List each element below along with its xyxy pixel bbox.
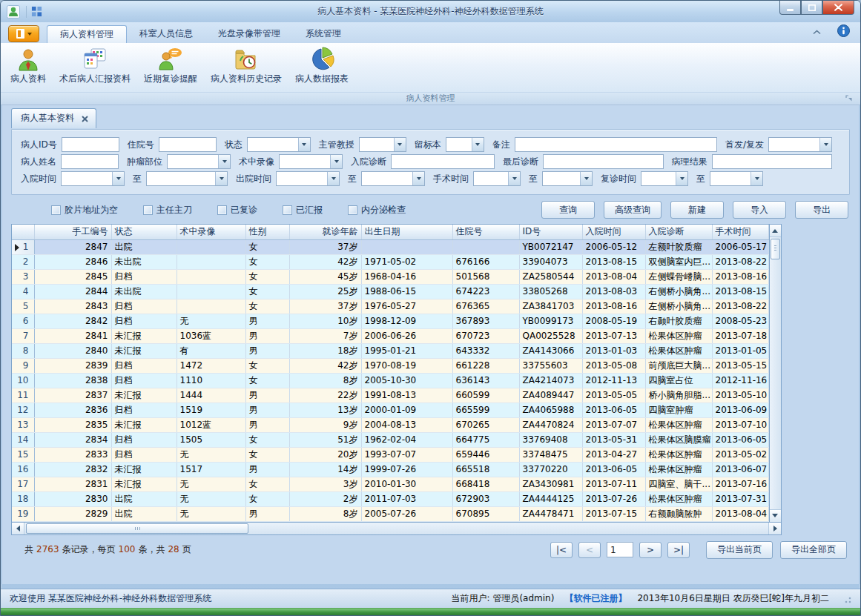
chief-surgeon-operated-checkbox[interactable]	[143, 205, 153, 215]
chevron-down-icon[interactable]	[298, 138, 310, 151]
table-row[interactable]: 32845归档女45岁1968-04-16501568ZA25805442013…	[12, 269, 768, 284]
ribbon-tab-4[interactable]: 系统管理	[293, 25, 354, 43]
dialog-launcher-icon[interactable]	[845, 95, 853, 102]
table-row[interactable]: 122836归档1519男13岁2000-01-09665599ZA406598…	[12, 403, 768, 417]
table-row[interactable]: 162832未汇报1517男14岁1999-07-266655183377022…	[12, 462, 768, 477]
chevron-down-icon[interactable]	[472, 138, 484, 151]
chevron-down-icon[interactable]	[330, 155, 342, 168]
advanced-query-button[interactable]: 高级查询	[604, 201, 662, 219]
discharge-date-from-combo[interactable]	[276, 171, 340, 186]
scroll-up-icon[interactable]	[770, 225, 782, 237]
import-button[interactable]: 导入	[733, 201, 786, 219]
film-address-empty-checkbox[interactable]	[51, 205, 61, 215]
surgery-video-combo[interactable]	[279, 154, 343, 169]
document-tab[interactable]: 病人基本资料	[11, 108, 96, 128]
chevron-down-icon[interactable]	[751, 172, 762, 185]
table-row[interactable]: 82840未汇报有男18岁1995-01-21643332ZA414306620…	[12, 343, 768, 358]
table-row[interactable]: 102838归档1110女8岁2005-10-30636143ZA4214073…	[12, 373, 768, 388]
chevron-down-icon[interactable]	[394, 138, 406, 151]
table-row[interactable]: 52843归档女37岁1976-05-27676365ZA38417032013…	[12, 299, 768, 314]
ribbon-tab-1[interactable]: 病人资料管理	[47, 25, 127, 43]
table-row[interactable]: 12847出院女37岁YB00721472006-05-12左额叶胶质瘤2006…	[12, 239, 768, 254]
ribbon-button-1[interactable]: 病人资料	[4, 44, 53, 87]
revisited-checkbox[interactable]	[217, 205, 227, 215]
quick-access-grid-icon[interactable]	[31, 6, 42, 17]
chevron-down-icon[interactable]	[112, 172, 124, 185]
maximize-button[interactable]	[801, 1, 822, 15]
endocrine-exam-checkbox[interactable]	[348, 205, 357, 215]
horizontal-scrollbar[interactable]	[11, 523, 782, 535]
next-page-button[interactable]: >	[639, 542, 662, 558]
scroll-left-icon[interactable]	[12, 523, 24, 534]
table-row[interactable]: 72841未汇报1036蓝男7岁2006-06-26670723QA002552…	[12, 328, 768, 343]
table-row[interactable]: 42844未出院女25岁1988-06-15674223338052682013…	[12, 284, 768, 299]
tumor-site-combo[interactable]	[167, 154, 231, 169]
ribbon-button-3[interactable]: 近期复诊提醒	[137, 44, 204, 87]
column-header-4[interactable]: 性别	[245, 225, 289, 239]
ribbon-button-2[interactable]: 术后病人汇报资料	[53, 44, 137, 87]
ribbon-tab-3[interactable]: 光盘录像带管理	[205, 25, 293, 43]
page-number-input[interactable]	[607, 542, 633, 557]
vertical-scrollbar[interactable]	[769, 225, 782, 522]
query-button[interactable]: 查询	[541, 201, 595, 219]
application-menu-button[interactable]	[8, 25, 39, 42]
last-page-button[interactable]: >|	[667, 542, 690, 558]
chief-professor-combo[interactable]	[359, 137, 406, 152]
column-header-11[interactable]: 手术时间	[712, 225, 768, 239]
remarks-input[interactable]	[515, 137, 717, 152]
scroll-right-icon[interactable]	[768, 523, 781, 534]
close-button[interactable]	[822, 1, 854, 15]
export-all-pages-button[interactable]: 导出全部页	[780, 541, 847, 559]
column-header-3[interactable]: 术中录像	[177, 225, 245, 239]
admission-date-to-combo[interactable]	[146, 171, 228, 186]
table-row[interactable]: 152833归档无女20岁1993-07-0765944633748475201…	[12, 447, 768, 462]
admission-number-input[interactable]	[159, 137, 217, 152]
admission-diagnosis-input[interactable]	[391, 154, 495, 169]
revisit-date-to-combo[interactable]	[710, 171, 763, 186]
chevron-down-icon[interactable]	[676, 172, 687, 185]
table-row[interactable]: 112837未汇报1444男22岁1991-08-13660599ZA40894…	[12, 388, 768, 403]
chevron-down-icon[interactable]	[819, 138, 831, 151]
specimen-kept-combo[interactable]	[446, 137, 484, 152]
patient-id-input[interactable]	[62, 137, 119, 152]
patient-name-input[interactable]	[61, 154, 119, 169]
chevron-down-icon[interactable]	[215, 172, 227, 185]
surgery-date-to-combo[interactable]	[542, 171, 593, 186]
chevron-down-icon[interactable]	[327, 172, 339, 185]
admission-date-from-combo[interactable]	[61, 171, 125, 186]
table-row[interactable]: 132835未汇报1012蓝男9岁2004-08-13670265ZA44708…	[12, 417, 768, 432]
prev-page-button[interactable]: <	[578, 542, 601, 558]
pathology-result-input[interactable]	[712, 154, 833, 169]
export-button[interactable]: 导出	[795, 201, 848, 219]
collapse-ribbon-icon[interactable]	[813, 27, 821, 37]
column-header-1[interactable]: 手工编号	[34, 225, 111, 239]
column-header-7[interactable]: 住院号	[452, 225, 519, 239]
table-row[interactable]: 22846未出院女42岁1971-05-02676166339040732013…	[12, 254, 768, 269]
table-row[interactable]: 182830出院无女2岁2011-07-03672903ZA4444125201…	[12, 491, 768, 506]
export-current-page-button[interactable]: 导出当前页	[706, 541, 773, 559]
column-header-9[interactable]: 入院时间	[582, 225, 645, 239]
minimize-button[interactable]	[779, 1, 801, 15]
table-row[interactable]: 142834归档1505女51岁1962-02-0466477533769408…	[12, 432, 768, 447]
vertical-scrollbar-thumb[interactable]	[771, 239, 781, 259]
first-or-recurrence-combo[interactable]	[768, 137, 832, 152]
chevron-down-icon[interactable]	[508, 172, 520, 185]
table-row[interactable]: 172831未汇报无女3岁2010-01-30668418ZA343098120…	[12, 477, 768, 491]
column-header-10[interactable]: 入院诊断	[645, 225, 712, 239]
first-page-button[interactable]: |<	[550, 542, 573, 558]
revisit-date-from-combo[interactable]	[641, 171, 688, 186]
table-row[interactable]: 192829出院无男8岁2005-07-26670895ZA4478471201…	[12, 506, 768, 521]
chevron-down-icon[interactable]	[412, 172, 424, 185]
resize-grip-icon[interactable]	[842, 595, 851, 603]
info-icon[interactable]	[837, 24, 850, 39]
chevron-down-icon[interactable]	[218, 155, 230, 168]
column-header-2[interactable]: 状态	[111, 225, 177, 239]
column-header-gutter[interactable]	[12, 225, 34, 239]
registration-status[interactable]: 【软件已注册】	[564, 592, 627, 605]
final-diagnosis-input[interactable]	[543, 154, 664, 169]
scroll-down-icon[interactable]	[770, 509, 782, 522]
reported-checkbox[interactable]	[283, 205, 292, 215]
table-row[interactable]: 92839归档1472女42岁1970-08-19661228337556032…	[12, 358, 768, 373]
create-new-button[interactable]: 新建	[670, 201, 724, 219]
discharge-date-to-combo[interactable]	[361, 171, 425, 186]
